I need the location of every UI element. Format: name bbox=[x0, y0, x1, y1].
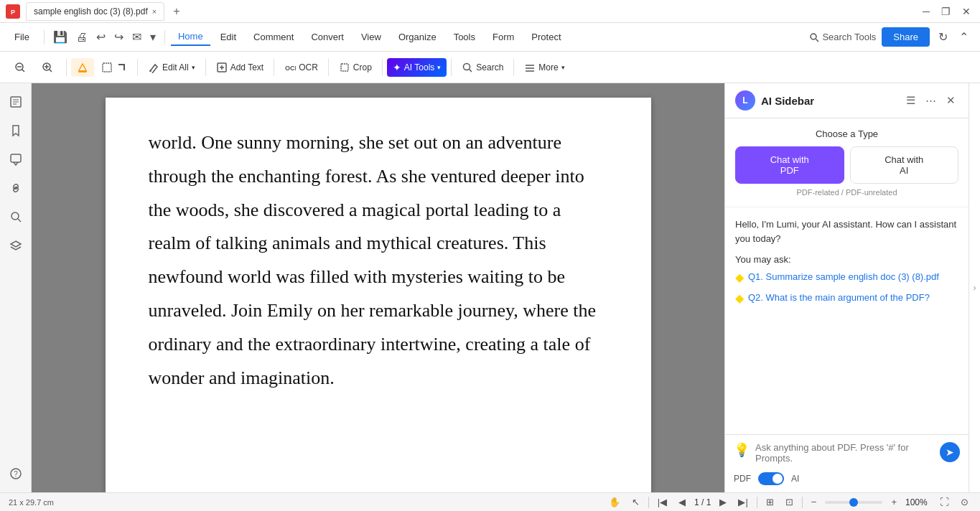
menu-form[interactable]: Form bbox=[485, 29, 521, 45]
ai-tools-button[interactable]: ✦ AI Tools ▾ bbox=[387, 58, 447, 77]
sidebar-link-icon[interactable] bbox=[3, 175, 29, 201]
sidebar-search-icon[interactable] bbox=[3, 204, 29, 230]
ai-bookmark-button[interactable]: ☰ bbox=[903, 93, 918, 108]
zoom-level: 100% bbox=[905, 497, 931, 507]
tab-close-icon[interactable]: × bbox=[152, 7, 157, 16]
ai-type-buttons: Chat withPDF Chat withAI bbox=[735, 146, 958, 184]
menu-view[interactable]: View bbox=[354, 29, 388, 45]
minimize-button[interactable]: ─ bbox=[919, 4, 933, 19]
highlight-button[interactable] bbox=[71, 58, 94, 77]
more-button[interactable]: More ▾ bbox=[518, 58, 570, 77]
close-button[interactable]: ✕ bbox=[958, 4, 974, 19]
nav-collapse-button[interactable]: › bbox=[974, 283, 976, 293]
ai-send-button[interactable]: ➤ bbox=[940, 442, 960, 462]
ai-suggestion-2[interactable]: ◆ Q2. What is the main argument of the P… bbox=[735, 289, 958, 309]
ocr-button[interactable]: OCR OCR bbox=[279, 58, 324, 77]
crop-button[interactable]: Crop bbox=[333, 58, 378, 77]
status-sep-1 bbox=[648, 497, 649, 508]
ai-chat-input[interactable] bbox=[755, 442, 934, 464]
next-page-button[interactable]: ▶ bbox=[717, 495, 729, 509]
hand-tool-button[interactable]: ✋ bbox=[606, 495, 623, 509]
add-text-button[interactable]: Add Text bbox=[210, 58, 269, 77]
sidebar-comment-icon[interactable] bbox=[3, 146, 29, 172]
more-label: More bbox=[538, 62, 558, 72]
pdf-viewer[interactable]: world. One sunny morning, she set out on… bbox=[32, 83, 724, 492]
zoom-in-status-button[interactable]: + bbox=[888, 495, 900, 509]
ai-sidebar-body: Choose a Type Chat withPDF Chat withAI P… bbox=[725, 118, 969, 434]
menu-edit[interactable]: Edit bbox=[213, 29, 243, 45]
sidebar-bookmark-icon[interactable] bbox=[3, 118, 29, 144]
svg-point-19 bbox=[464, 63, 470, 70]
first-page-button[interactable]: |◀ bbox=[655, 495, 670, 509]
email-icon[interactable]: ✉ bbox=[129, 27, 144, 47]
svg-rect-28 bbox=[11, 154, 21, 162]
ai-choose-label: Choose a Type bbox=[735, 128, 958, 139]
toolbar-sep-1 bbox=[66, 59, 67, 76]
settings-button[interactable]: ⊙ bbox=[958, 495, 971, 509]
prev-page-button[interactable]: ◀ bbox=[676, 495, 689, 509]
print-icon[interactable]: 🖨 bbox=[73, 28, 90, 47]
zoom-out-status-button[interactable]: − bbox=[808, 495, 820, 509]
document-tab[interactable]: sample english doc (3) (8).pdf × bbox=[26, 2, 164, 21]
save-icon[interactable]: 💾 bbox=[50, 27, 70, 47]
search-button[interactable]: Search bbox=[456, 58, 509, 77]
svg-text:OCR: OCR bbox=[285, 65, 296, 72]
new-tab-button[interactable]: + bbox=[170, 5, 182, 18]
sidebar-thumbnail-icon[interactable] bbox=[3, 89, 29, 115]
ai-more-button[interactable]: ⋯ bbox=[923, 93, 939, 108]
ai-chat-with-pdf-button[interactable]: Chat withPDF bbox=[735, 146, 844, 184]
zoom-slider[interactable] bbox=[825, 501, 882, 504]
undo-icon[interactable]: ↩ bbox=[93, 27, 108, 47]
fullscreen-button[interactable]: ⛶ bbox=[937, 495, 952, 509]
search-tools-menu[interactable]: Search Tools bbox=[809, 32, 876, 42]
status-sep-2 bbox=[757, 497, 757, 508]
more-dropdown[interactable]: ▾ bbox=[561, 64, 565, 71]
menu-separator-2 bbox=[164, 30, 165, 44]
menu-convert[interactable]: Convert bbox=[304, 29, 351, 45]
selection-button[interactable] bbox=[95, 58, 133, 77]
menu-file[interactable]: File bbox=[9, 29, 35, 45]
refresh-icon[interactable]: ↻ bbox=[935, 27, 951, 47]
ai-chat-with-ai-button[interactable]: Chat withAI bbox=[850, 146, 959, 184]
menu-protect[interactable]: Protect bbox=[524, 29, 568, 45]
menu-home[interactable]: Home bbox=[171, 28, 210, 46]
menu-organize[interactable]: Organize bbox=[391, 29, 444, 45]
toolbar-sep-2 bbox=[137, 59, 138, 76]
svg-line-30 bbox=[18, 219, 21, 222]
toolbar-sep-6 bbox=[382, 59, 383, 76]
ai-may-ask-label: You may ask: bbox=[735, 254, 958, 265]
share-button[interactable]: Share bbox=[882, 27, 930, 47]
dropdown-icon[interactable]: ▾ bbox=[147, 27, 159, 47]
ai-suggestion-dot-2: ◆ bbox=[735, 291, 744, 306]
ai-tools-label: AI Tools bbox=[404, 62, 434, 72]
menu-comment[interactable]: Comment bbox=[246, 29, 301, 45]
ai-lumi-logo: L bbox=[735, 90, 755, 111]
cursor-tool-button[interactable]: ↖ bbox=[629, 495, 643, 509]
ai-suggestion-1[interactable]: ◆ Q1. Summarize sample english doc (3) (… bbox=[735, 268, 958, 289]
page-dimensions: 21 x 29.7 cm bbox=[9, 498, 54, 507]
menu-tools[interactable]: Tools bbox=[447, 29, 482, 45]
edit-all-button[interactable]: Edit All ▾ bbox=[142, 58, 201, 77]
toolbar-sep-4 bbox=[274, 59, 274, 76]
ai-toggle-label: AI bbox=[791, 474, 799, 484]
ai-suggestion-text-2: Q2. What is the main argument of the PDF… bbox=[748, 291, 930, 304]
ai-suggestion-dot-1: ◆ bbox=[735, 270, 744, 286]
toolbar-sep-5 bbox=[328, 59, 329, 76]
restore-button[interactable]: ❐ bbox=[938, 4, 954, 19]
edit-all-dropdown[interactable]: ▾ bbox=[192, 64, 195, 71]
pdf-toggle[interactable] bbox=[758, 472, 784, 485]
svg-rect-12 bbox=[103, 63, 111, 72]
sidebar-help-icon[interactable]: ? bbox=[3, 461, 29, 487]
collapse-icon[interactable]: ⌃ bbox=[956, 27, 971, 47]
last-page-button[interactable]: ▶| bbox=[735, 495, 750, 509]
ai-may-ask-section: You may ask: ◆ Q1. Summarize sample engl… bbox=[735, 254, 958, 310]
zoom-out-button[interactable] bbox=[9, 58, 34, 77]
ai-close-button[interactable]: ✕ bbox=[943, 93, 958, 108]
left-sidebar: ? bbox=[0, 83, 32, 492]
fit-page-button[interactable]: ⊡ bbox=[783, 495, 796, 509]
page-indicator: 1 / 1 bbox=[694, 497, 711, 507]
zoom-in-button[interactable] bbox=[36, 58, 62, 77]
page-view-button[interactable]: ⊞ bbox=[763, 495, 777, 509]
sidebar-layers-icon[interactable] bbox=[3, 233, 29, 258]
redo-icon[interactable]: ↪ bbox=[111, 27, 126, 47]
